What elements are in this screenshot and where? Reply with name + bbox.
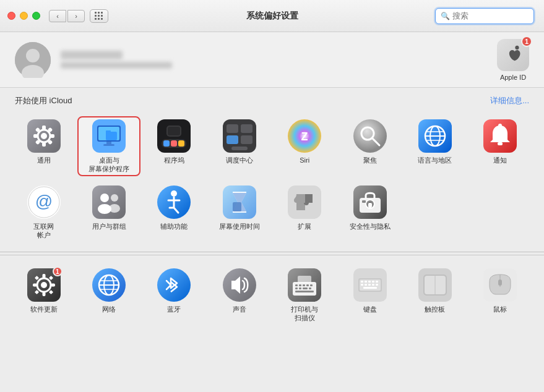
apple-id-label: Apple ID <box>500 74 526 81</box>
screen-time-icon <box>222 185 257 219</box>
network-label: 网络 <box>102 305 116 313</box>
siri-icon: Z <box>287 119 322 153</box>
icon-sound[interactable]: 声音 <box>208 265 270 325</box>
network-icon <box>92 268 126 302</box>
icon-mouse[interactable]: 鼠标 <box>469 265 532 325</box>
search-box[interactable]: 🔍 <box>435 8 534 24</box>
icloud-detail-button[interactable]: 详细信息... <box>490 95 529 106</box>
bluetooth-icon <box>157 268 191 302</box>
icon-users-groups[interactable]: 用户与群组 <box>77 182 140 242</box>
users-groups-label: 用户与群组 <box>92 222 126 231</box>
apple-id-badge: 1 <box>521 36 532 47</box>
svg-rect-8 <box>33 134 38 138</box>
svg-rect-100 <box>298 276 311 283</box>
grid-icon <box>95 12 103 20</box>
svg-rect-121 <box>498 279 502 286</box>
svg-rect-23 <box>163 140 170 147</box>
svg-point-52 <box>100 194 109 202</box>
general-label: 通用 <box>37 156 51 164</box>
svg-rect-92 <box>303 284 305 286</box>
svg-rect-95 <box>295 288 298 289</box>
svg-rect-104 <box>361 281 363 283</box>
svg-rect-33 <box>231 147 248 150</box>
security-privacy-icon <box>353 185 387 219</box>
svg-rect-65 <box>362 200 366 203</box>
svg-rect-109 <box>361 284 363 286</box>
bottom-section: 1 软件更新 网络 <box>0 255 544 331</box>
svg-rect-66 <box>368 203 372 208</box>
icon-extensions[interactable]: 扩展 <box>274 182 336 242</box>
svg-rect-91 <box>299 284 301 286</box>
svg-rect-108 <box>376 281 378 283</box>
sound-icon <box>222 268 257 302</box>
svg-point-36 <box>353 119 387 153</box>
icon-general[interactable]: 通用 <box>12 116 75 176</box>
printers-scanners-icon <box>287 268 322 302</box>
icon-keyboard[interactable]: 键盘 <box>339 265 401 325</box>
profile-section: 1 Apple ID <box>0 32 544 88</box>
icon-siri[interactable]: Z Siri <box>274 116 336 176</box>
icon-accessibility[interactable]: 辅助功能 <box>143 182 205 242</box>
siri-label: Siri <box>300 156 309 164</box>
spotlight-label: 聚焦 <box>363 156 377 164</box>
minimize-button[interactable] <box>20 12 28 20</box>
svg-rect-90 <box>295 284 298 286</box>
window-title: 系统偏好设置 <box>246 11 298 22</box>
svg-rect-6 <box>42 126 46 130</box>
icon-desktop[interactable]: 桌面与屏幕保护程序 <box>77 116 140 176</box>
users-groups-icon <box>92 185 126 219</box>
icon-dock[interactable]: 程序坞 <box>143 116 205 176</box>
icon-bluetooth[interactable]: 蓝牙 <box>143 265 205 325</box>
icon-security-privacy[interactable]: 安全性与隐私 <box>339 182 401 242</box>
forward-button[interactable]: › <box>67 10 85 22</box>
svg-rect-98 <box>309 288 311 289</box>
accessibility-label: 辅助功能 <box>160 222 188 231</box>
screen-time-label: 屏幕使用时间 <box>219 222 260 231</box>
back-button[interactable]: ‹ <box>49 10 66 22</box>
printers-scanners-label: 打印机与扫描仪 <box>291 305 318 323</box>
svg-rect-97 <box>303 288 308 289</box>
icon-network[interactable]: 网络 <box>77 265 140 325</box>
svg-rect-110 <box>365 284 367 286</box>
icon-software-update[interactable]: 1 软件更新 <box>12 265 75 325</box>
svg-rect-17 <box>106 132 117 140</box>
notifications-label: 通知 <box>493 156 507 164</box>
trackpad-icon <box>418 268 452 302</box>
desktop-icon <box>92 119 126 153</box>
svg-point-55 <box>109 204 120 213</box>
icon-notifications[interactable]: 通知 <box>469 116 532 176</box>
svg-rect-112 <box>372 284 374 286</box>
icon-mission-control[interactable]: 调度中心 <box>208 116 270 176</box>
svg-rect-72 <box>33 284 37 287</box>
apple-id-icon: 1 <box>497 39 529 71</box>
dock-icon <box>157 119 191 153</box>
icon-printers-scanners[interactable]: 打印机与扫描仪 <box>274 265 336 325</box>
internet-accounts-label: 互联网帐户 <box>33 222 54 240</box>
svg-rect-9 <box>50 134 54 138</box>
svg-rect-99 <box>295 291 314 292</box>
update-badge: 1 <box>53 266 63 276</box>
trackpad-label: 触控板 <box>425 305 445 313</box>
svg-rect-106 <box>368 281 371 283</box>
extensions-icon <box>287 185 322 219</box>
svg-point-69 <box>41 282 47 288</box>
apple-id-button[interactable]: 1 Apple ID <box>497 39 529 81</box>
grid-view-button[interactable] <box>90 9 108 23</box>
svg-rect-93 <box>306 284 309 286</box>
icon-screen-time[interactable]: 屏幕使用时间 <box>208 182 270 242</box>
icon-internet-accounts[interactable]: @ 互联网帐户 <box>12 182 75 242</box>
icon-trackpad[interactable]: 触控板 <box>404 265 466 325</box>
profile-name <box>61 51 123 59</box>
desktop-label: 桌面与屏幕保护程序 <box>89 156 129 174</box>
fullscreen-button[interactable] <box>32 12 40 20</box>
icon-spotlight[interactable]: 聚焦 <box>339 116 401 176</box>
icon-language[interactable]: 语言与地区 <box>404 116 466 176</box>
search-input[interactable] <box>452 11 529 20</box>
general-icon <box>27 119 61 153</box>
close-button[interactable] <box>7 12 15 20</box>
mission-control-label: 调度中心 <box>226 156 253 164</box>
search-icon: 🔍 <box>441 12 450 20</box>
icloud-title: 开始使用 iCloud <box>15 95 72 106</box>
svg-rect-73 <box>51 284 55 287</box>
notifications-icon <box>483 119 517 153</box>
